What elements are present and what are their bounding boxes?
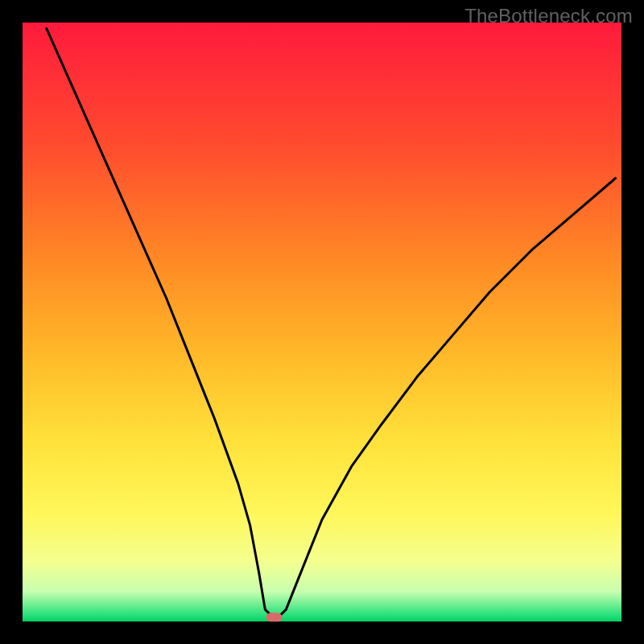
chart-gradient-bg — [23, 23, 621, 621]
optimal-marker — [266, 613, 282, 621]
bottleneck-chart — [0, 0, 644, 644]
watermark-text: TheBottleneck.com — [464, 5, 633, 27]
chart-frame: TheBottleneck.com — [0, 0, 644, 644]
